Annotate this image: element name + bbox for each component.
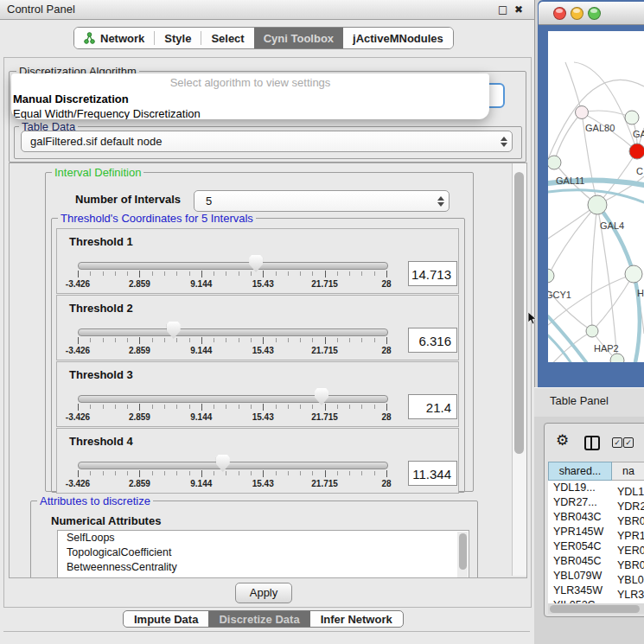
table-row[interactable]: YDR27...YDR2 — [548, 495, 644, 510]
panel-scrollbar-thumb[interactable] — [514, 172, 524, 454]
checkbox-icon[interactable]: ✓ — [623, 437, 634, 448]
column-header-name[interactable]: na — [612, 462, 644, 481]
graph-node[interactable] — [548, 156, 561, 169]
axis-tick — [361, 405, 362, 409]
tab-select[interactable]: Select — [201, 28, 253, 48]
list-item[interactable]: SelfLoops — [58, 531, 469, 545]
table-row[interactable]: YBR045CYBR0 — [548, 554, 644, 569]
graph-node[interactable] — [576, 106, 589, 119]
graph-node[interactable] — [586, 325, 598, 337]
threshold-slider-thumb[interactable] — [249, 255, 263, 272]
axis-tick — [239, 405, 239, 409]
control-panel: Control Panel □ ✖ NetworkStyleSelectCyni… — [0, 0, 535, 644]
graph-node[interactable] — [629, 143, 644, 159]
axis-tick — [349, 338, 350, 342]
threshold-slider-thumb[interactable] — [167, 322, 181, 339]
axis-tick-label: 21.715 — [311, 279, 338, 289]
tab-jactivemnodules[interactable]: jActiveMNodules — [343, 28, 453, 48]
number-of-intervals-combobox[interactable]: 5 — [194, 190, 450, 212]
dropdown-option-equal-width-frequency-discretization[interactable]: Equal Width/Frequency Discretization — [11, 106, 489, 119]
axis-tick — [214, 471, 214, 475]
table-data-combobox[interactable]: galFiltered.sif default node — [21, 131, 513, 152]
threshold-slider-track[interactable] — [78, 395, 388, 403]
axis-tick — [239, 271, 239, 276]
graph-node[interactable] — [610, 354, 624, 362]
table-row[interactable]: YLR345WYLR3 — [548, 583, 644, 598]
graph-node-label: H — [637, 288, 644, 298]
axis-tick — [251, 338, 252, 342]
bottom-tab-impute-data[interactable]: Impute Data — [124, 611, 208, 627]
table-data-value: galFiltered.sif default node — [22, 135, 496, 148]
network-window-titlebar[interactable] — [539, 2, 644, 25]
graph-node[interactable] — [548, 269, 554, 283]
table-row[interactable]: YBL079WYBL0 — [548, 569, 644, 583]
table-row[interactable]: YBR043CYBR0 — [548, 510, 644, 525]
bottom-tab-discretize-data[interactable]: Discretize Data — [208, 611, 309, 627]
axis-tick — [214, 338, 214, 342]
panel-scrollbar[interactable] — [512, 163, 526, 576]
threshold-slider-thumb[interactable] — [216, 455, 230, 472]
table-row[interactable]: YER054CYER0 — [548, 539, 644, 554]
bottom-tab-infer-network[interactable]: Infer Network — [310, 611, 403, 627]
network-graph[interactable]: GAL80GAGAL11CGAL4GCY1HHAP2 — [548, 31, 644, 362]
traffic-light-zoom[interactable] — [588, 7, 601, 20]
threshold-value-field[interactable]: 21.4 — [408, 394, 457, 419]
graph-node-label: GAL4 — [600, 220, 624, 231]
network-view-window: GAL80GAGAL11CGAL4GCY1HHAP2 — [538, 0, 644, 387]
tab-label: Network — [100, 32, 144, 45]
table-hscrollbar[interactable] — [548, 603, 644, 614]
threshold-label: Threshold 3 — [69, 368, 133, 381]
network-canvas[interactable]: GAL80GAGAL11CGAL4GCY1HHAP2 — [548, 31, 644, 362]
threshold-slider-track[interactable] — [78, 462, 388, 469]
float-window-icon[interactable]: □ — [498, 3, 507, 16]
traffic-light-close[interactable] — [553, 7, 566, 20]
attributes-scrollbar-thumb[interactable] — [459, 533, 467, 570]
axis-tick — [337, 338, 338, 342]
threshold-value-field[interactable]: 14.713 — [408, 261, 457, 286]
graph-node[interactable] — [588, 195, 607, 214]
checkbox-icon[interactable]: ✓ — [612, 437, 622, 448]
graph-node[interactable] — [625, 265, 642, 283]
table-browser-window: ⚙ ✓ ✓ shared... na YDL19...YDL1YDR27...Y… — [544, 423, 644, 617]
table-row[interactable]: YPR145WYPR1 — [548, 525, 644, 539]
axis-tick — [251, 405, 252, 409]
algorithm-dropdown-options: Manual DiscretizationEqual Width/Frequen… — [11, 92, 489, 119]
attributes-scrollbar[interactable] — [457, 532, 468, 578]
list-item[interactable]: BetweennessCentrality — [58, 560, 469, 575]
axis-tick — [349, 471, 350, 475]
column-header-shared[interactable]: shared... — [548, 462, 612, 481]
table-hscrollbar-thumb[interactable] — [550, 605, 640, 613]
numerical-attributes-list[interactable]: SelfLoopsTopologicalCoefficientBetweenne… — [57, 530, 469, 578]
threshold-slider-thumb[interactable] — [315, 388, 328, 405]
main-scroll-panel: Interval Definition Number of Intervals … — [9, 163, 527, 578]
tab-label: Cyni Toolbox — [264, 32, 334, 45]
table-panel-title: Table Panel — [550, 394, 609, 407]
tab-style[interactable]: Style — [155, 28, 201, 48]
apply-button[interactable]: Apply — [235, 583, 292, 603]
column-layout-icon[interactable] — [584, 436, 600, 450]
dropdown-option-manual-discretization[interactable]: Manual Discretization — [11, 92, 489, 106]
graph-node-label: GAL11 — [556, 175, 584, 186]
axis-tick-label: 28 — [381, 279, 391, 289]
graph-node[interactable] — [625, 111, 639, 124]
number-of-intervals-label: Number of Intervals — [75, 193, 181, 206]
threshold-slider-track[interactable] — [78, 262, 388, 270]
axis-tick-label: -3.426 — [66, 279, 90, 289]
table-body[interactable]: YDL19...YDL1YDR27...YDR2YBR043CYBR0YPR14… — [548, 481, 644, 603]
close-icon[interactable]: ✖ — [514, 3, 523, 16]
list-item[interactable]: TopologicalCoefficient — [58, 545, 469, 560]
threshold-row-2: Threshold 2-3.4262.8599.14415.4321.71528… — [56, 295, 459, 360]
threshold-slider-track[interactable] — [78, 328, 388, 336]
tab-cyni-toolbox[interactable]: Cyni Toolbox — [254, 28, 343, 48]
axis-tick — [214, 271, 214, 276]
threshold-value-field[interactable]: 6.316 — [408, 328, 457, 353]
table-row[interactable]: YDL19...YDL1 — [548, 481, 644, 495]
tab-label: Select — [211, 32, 244, 45]
threshold-value-field[interactable]: 11.344 — [408, 461, 457, 486]
axis-tick-label: 28 — [381, 479, 391, 488]
traffic-light-minimize[interactable] — [571, 7, 583, 20]
axis-tick-label: 21.715 — [311, 412, 338, 422]
tab-network[interactable]: Network — [74, 28, 154, 48]
gear-icon[interactable]: ⚙ — [556, 433, 569, 448]
axis-tick — [300, 471, 301, 475]
